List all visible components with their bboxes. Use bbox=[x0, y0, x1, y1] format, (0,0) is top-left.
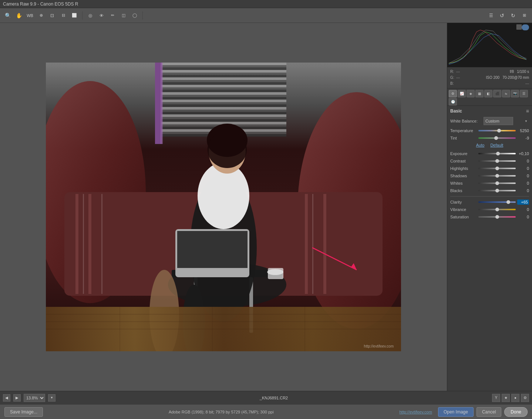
tab-detail[interactable]: ◈ bbox=[467, 90, 475, 97]
cancel-btn[interactable]: Cancel bbox=[477, 407, 501, 417]
clarity-track[interactable] bbox=[478, 200, 516, 205]
status-bar: ◀ ▶ 13.8% 25% 50% 100% Fit Fill ▼ _KNJ68… bbox=[0, 391, 532, 404]
vibrance-track[interactable] bbox=[478, 207, 516, 212]
canvas-area[interactable]: http://evtifeev.com bbox=[0, 23, 447, 391]
default-btn[interactable]: Default bbox=[490, 143, 503, 147]
temperature-track[interactable] bbox=[478, 128, 516, 133]
svg-rect-10 bbox=[75, 194, 78, 294]
title-bar: Camera Raw 9.9 - Canon EOS 5DS R bbox=[0, 0, 532, 8]
red-eye-tool[interactable]: 👁 bbox=[97, 11, 106, 20]
tab-effects[interactable]: fx bbox=[502, 90, 510, 97]
tab-basic[interactable]: ⚙ bbox=[449, 90, 457, 97]
highlights-label: Highlights bbox=[450, 166, 477, 171]
panel-menu-btn[interactable]: ≡ bbox=[526, 108, 529, 114]
shadows-row: Shadows 0 bbox=[450, 173, 529, 178]
section-divider bbox=[450, 196, 529, 197]
rotate-ccw-btn[interactable]: ↺ bbox=[497, 11, 507, 20]
flag-btn[interactable]: Y bbox=[492, 394, 500, 402]
tab-tone-curve[interactable]: 📈 bbox=[458, 90, 466, 97]
lens-value: 70-200@70 mm bbox=[502, 75, 529, 81]
tint-label: Tint bbox=[450, 136, 477, 140]
highlights-track[interactable] bbox=[478, 166, 516, 171]
save-image-btn[interactable]: Save Image... bbox=[4, 407, 43, 417]
tab-split-toning[interactable]: ◧ bbox=[484, 90, 492, 97]
next-frame-btn[interactable]: ▶ bbox=[13, 394, 21, 402]
rotate-cw-btn[interactable]: ↻ bbox=[508, 11, 518, 20]
rotate-btn[interactable]: ⚙ bbox=[521, 394, 529, 402]
svg-text:http://evtifeev.com: http://evtifeev.com bbox=[364, 344, 394, 348]
zoom-tool[interactable]: 🔍 bbox=[3, 11, 13, 20]
wb-select[interactable]: Custom As Shot Auto Daylight Cloudy Shad… bbox=[484, 117, 513, 125]
clarity-value: +65 bbox=[517, 200, 529, 205]
white-balance-tool[interactable]: WB bbox=[25, 11, 35, 20]
done-btn[interactable]: Done bbox=[504, 407, 528, 417]
crop-tool[interactable]: ⊡ bbox=[47, 11, 57, 20]
g-value: — bbox=[456, 75, 460, 81]
preferences-btn[interactable]: ☰ bbox=[486, 11, 496, 20]
tab-presets[interactable]: ☰ bbox=[520, 90, 528, 97]
shadows-label: Shadows bbox=[450, 174, 477, 178]
vibrance-row: Vibrance 0 bbox=[450, 207, 529, 212]
whites-track[interactable] bbox=[478, 181, 516, 186]
color-sampler-tool[interactable]: ⊕ bbox=[36, 11, 46, 20]
main-area: http://evtifeev.com bbox=[0, 23, 532, 391]
iso-value: ISO 200 bbox=[486, 75, 499, 81]
tab-camera-calib[interactable]: 📷 bbox=[511, 90, 519, 97]
zoom-select[interactable]: 13.8% 25% 50% 100% Fit Fill bbox=[24, 394, 45, 402]
filename-display: _KNJ6891.CR2 bbox=[58, 396, 489, 400]
prev-frame-btn[interactable]: ◀ bbox=[3, 394, 10, 402]
color-btn[interactable]: ● bbox=[511, 394, 519, 402]
transform-tool[interactable]: ⬜ bbox=[70, 11, 79, 20]
open-image-btn[interactable]: Open Image bbox=[438, 407, 474, 417]
g-label: G: bbox=[450, 75, 456, 81]
blacks-track[interactable] bbox=[478, 188, 516, 193]
histogram-cloud-btn[interactable] bbox=[522, 24, 529, 30]
contrast-track[interactable] bbox=[478, 158, 516, 164]
adjustment-brush-tool[interactable]: ✏ bbox=[108, 11, 117, 20]
spot-removal-tool[interactable]: ◎ bbox=[85, 11, 95, 20]
b-label: B: bbox=[450, 81, 456, 87]
panel-title: Basic bbox=[450, 108, 462, 114]
panel-tabs: ⚙ 📈 ◈ ▦ ◧ ⬛ fx 📷 ☰ 🕐 bbox=[447, 88, 532, 106]
contrast-row: Contrast 0 bbox=[450, 158, 529, 164]
shadows-track[interactable] bbox=[478, 173, 516, 178]
action-bar: Save Image... Adobe RGB (1998); 8 bit; 7… bbox=[0, 404, 532, 419]
svg-rect-16 bbox=[323, 194, 326, 294]
tab-hsl[interactable]: ▦ bbox=[475, 90, 484, 97]
b-value: — bbox=[525, 81, 529, 87]
temperature-row: Temperature 5250 bbox=[450, 128, 529, 133]
clarity-row: Clarity +65 bbox=[450, 200, 529, 205]
svg-rect-11 bbox=[83, 194, 84, 294]
contrast-value: 0 bbox=[517, 159, 529, 163]
hand-tool[interactable]: ✋ bbox=[14, 11, 24, 20]
view-btn[interactable]: ⊞ bbox=[519, 11, 529, 20]
histogram-area bbox=[447, 23, 532, 67]
histogram-corner-btn[interactable] bbox=[516, 24, 522, 30]
svg-rect-15 bbox=[312, 194, 313, 294]
contrast-label: Contrast bbox=[450, 159, 477, 163]
zoom-menu-btn[interactable]: ▼ bbox=[48, 394, 55, 402]
tab-snapshots[interactable]: 🕐 bbox=[449, 98, 457, 105]
basic-panel: Basic ≡ White Balance: Custom As Shot Au… bbox=[447, 106, 532, 391]
r-label: R: bbox=[450, 69, 456, 75]
blacks-value: 0 bbox=[517, 188, 529, 193]
auto-btn[interactable]: Auto bbox=[476, 143, 485, 147]
saturation-track[interactable] bbox=[478, 214, 516, 219]
tint-row: Tint -9 bbox=[450, 135, 529, 141]
svg-rect-22 bbox=[268, 268, 283, 279]
rating-btn[interactable]: ★ bbox=[502, 394, 510, 402]
shutter-value: 1/100 s bbox=[517, 69, 529, 75]
toolbar: 🔍 ✋ WB ⊕ ⊡ ⊟ ⬜ ◎ 👁 ✏ ◫ ◯ ☰ ↺ ↻ ⊞ bbox=[0, 8, 532, 23]
radial-filter-tool[interactable]: ◯ bbox=[130, 11, 139, 20]
gradient-filter-tool[interactable]: ◫ bbox=[119, 11, 128, 20]
whites-value: 0 bbox=[517, 181, 529, 185]
tab-lens[interactable]: ⬛ bbox=[493, 90, 501, 97]
url-link[interactable]: http://evtifeev.com bbox=[399, 410, 432, 414]
exposure-track[interactable] bbox=[478, 151, 516, 156]
status-right-icons: Y ★ ● ⚙ bbox=[492, 394, 529, 402]
histogram-svg bbox=[449, 24, 526, 65]
white-balance-row: White Balance: Custom As Shot Auto Dayli… bbox=[450, 117, 529, 125]
tint-track[interactable] bbox=[478, 135, 516, 141]
straighten-tool[interactable]: ⊟ bbox=[58, 11, 68, 20]
exposure-value: +0,10 bbox=[517, 151, 529, 156]
